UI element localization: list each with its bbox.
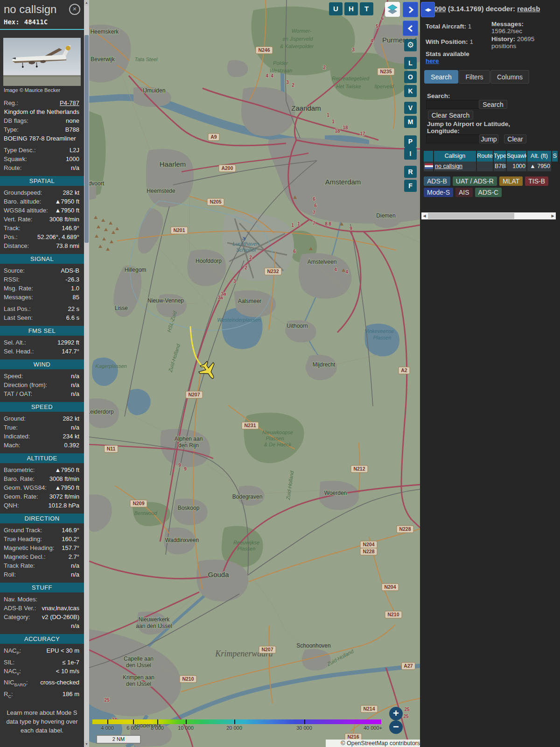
callsign-cell[interactable]: no callsign: [434, 162, 476, 171]
hscroll-thumb[interactable]: [428, 213, 514, 219]
data-row: Source:ADS-B: [0, 266, 84, 275]
data-row: Sel. Head.:147.7°: [0, 347, 84, 356]
data-label: Sel. Alt.:: [4, 338, 26, 346]
data-label: Distance:: [4, 242, 29, 250]
map-button-h[interactable]: H: [344, 2, 358, 15]
readsb-link[interactable]: readsb: [517, 5, 540, 13]
column-header-flag[interactable]: [424, 151, 433, 162]
data-label: Indicated:: [4, 432, 30, 440]
legend-tick: [107, 719, 108, 724]
map-button-t[interactable]: T: [360, 2, 373, 15]
flight-trail: [190, 327, 206, 369]
scroll-up-icon[interactable]: ▲: [84, 0, 89, 6]
data-value: 85: [73, 293, 79, 301]
column-header-Squawk[interactable]: Squawk: [507, 151, 526, 162]
expand-panel-button[interactable]: [403, 2, 418, 17]
settings-gear-icon[interactable]: ⚙: [404, 39, 417, 51]
data-row: ADS-B Ver.:vnav,lnav,tcas: [0, 604, 84, 613]
close-icon[interactable]: ×: [69, 4, 80, 15]
filter-badge-adsb[interactable]: ADS-B: [424, 176, 450, 186]
map-button-p[interactable]: P: [404, 135, 417, 148]
svg-text:N216: N216: [347, 734, 359, 740]
road-badge: N207: [186, 391, 203, 398]
data-value: 282 kt: [63, 415, 79, 423]
column-header-Callsign[interactable]: Callsign: [434, 151, 476, 162]
tab-search[interactable]: Search: [424, 70, 458, 84]
data-label: Msg. Rate:: [4, 284, 33, 292]
scroll-right-icon[interactable]: ▶: [550, 212, 556, 219]
map-button-i[interactable]: I: [404, 148, 417, 160]
scrollbar-thumb[interactable]: [84, 35, 89, 243]
filter-badge-mlat[interactable]: MLAT: [499, 176, 523, 186]
table-horizontal-scrollbar[interactable]: ◀ ▶: [421, 212, 556, 219]
scroll-left-icon[interactable]: ◀: [421, 212, 427, 219]
zoom-out-button[interactable]: −: [389, 720, 403, 734]
triangle-marker: [98, 245, 102, 248]
exit-number: 5: [376, 24, 378, 29]
data-label: Vert. Rate:: [4, 215, 32, 223]
stats-here-link[interactable]: here: [426, 57, 439, 64]
map-button-r[interactable]: R: [404, 166, 417, 178]
registration-link[interactable]: P4-787: [60, 99, 79, 107]
map-button-u[interactable]: U: [329, 2, 343, 15]
column-header-Type[interactable]: Type: [494, 151, 506, 162]
map-button-f[interactable]: F: [404, 180, 417, 192]
legend-tick-label: 20 000: [226, 725, 242, 731]
layers-button[interactable]: [385, 2, 400, 17]
exit-number: 4: [371, 38, 373, 43]
sidebar-scrollbar[interactable]: ▲ ▼: [84, 0, 89, 747]
map-button-k[interactable]: K: [404, 85, 417, 97]
jump-button[interactable]: Jump: [479, 134, 498, 143]
scroll-down-icon[interactable]: ▼: [84, 741, 89, 747]
filter-badge-uatadsr[interactable]: UAT / ADS-R: [453, 176, 497, 186]
with-position-stat: With Position: 1: [426, 38, 473, 45]
svg-text:N246: N246: [258, 47, 270, 53]
data-row: Baro. Rate:3008 ft/min: [0, 474, 84, 483]
column-header-Route[interactable]: Route: [477, 151, 493, 162]
panel-toggle-icon[interactable]: ◀▶: [421, 2, 435, 17]
zoom-in-button[interactable]: +: [389, 707, 403, 720]
data-label: Geom. Rate:: [4, 493, 38, 500]
netherlands-flag-icon: [425, 163, 433, 169]
exit-number: 4: [334, 267, 337, 272]
data-row: Last Seen:6.6 s: [0, 313, 84, 322]
data-row: DB flags:none: [0, 116, 84, 125]
search-input[interactable]: [426, 100, 480, 109]
map-rotated-label: Zuid-Holland: [285, 470, 295, 500]
aircraft-icon[interactable]: [196, 359, 221, 383]
column-header-Alt. (ft)[interactable]: Alt. (ft): [527, 151, 551, 162]
map-button-v[interactable]: V: [404, 102, 417, 114]
collapse-panel-button[interactable]: [403, 21, 418, 36]
column-header-S[interactable]: S: [552, 151, 558, 162]
search-button[interactable]: Search: [479, 100, 507, 109]
map-button-l[interactable]: L: [404, 57, 417, 69]
tab-filters[interactable]: Filters: [459, 70, 490, 84]
clear-search-button[interactable]: Clear Search: [428, 111, 473, 120]
filter-badge-adsc[interactable]: ADS-C: [475, 188, 502, 197]
data-row-wide: BOEING 787-8 Dreamliner: [0, 134, 84, 143]
data-value: < 10 m/s: [56, 667, 79, 678]
exit-number: 3: [286, 80, 289, 85]
exit-number: 25: [104, 698, 110, 703]
map-town-label: Hoofddorp: [196, 258, 222, 264]
jump-clear-button[interactable]: Clear: [504, 134, 526, 143]
map-button-o[interactable]: O: [404, 71, 417, 83]
triangle-marker: [112, 231, 115, 234]
callsign-link[interactable]: no callsign: [435, 163, 462, 169]
exit-number: 4: [271, 73, 273, 78]
data-label: Source:: [4, 267, 25, 275]
source-type-filters-row1: ADS-BUAT / ADS-RMLATTIS-B: [424, 176, 551, 188]
filter-badge-tisb[interactable]: TIS-B: [525, 176, 548, 186]
filter-badge-ais[interactable]: AIS: [455, 188, 473, 197]
data-label: Baro. altitude:: [4, 197, 41, 205]
data-row: RC:186 m: [0, 690, 84, 701]
triangle-marker: [115, 227, 119, 230]
map-town-label: Heemskerk: [91, 28, 119, 35]
filter-badge-modes[interactable]: Mode-S: [424, 188, 453, 197]
map-button-m[interactable]: M: [404, 116, 417, 128]
table-row[interactable]: no callsignB7881000▲ 7950: [424, 162, 559, 171]
map[interactable]: Wormer-en Jisperveld& KalverpolderTata S…: [89, 0, 420, 747]
tab-columns[interactable]: Columns: [490, 70, 529, 84]
map-town-label: Capelle aan: [124, 655, 154, 662]
jump-input[interactable]: [426, 134, 480, 143]
